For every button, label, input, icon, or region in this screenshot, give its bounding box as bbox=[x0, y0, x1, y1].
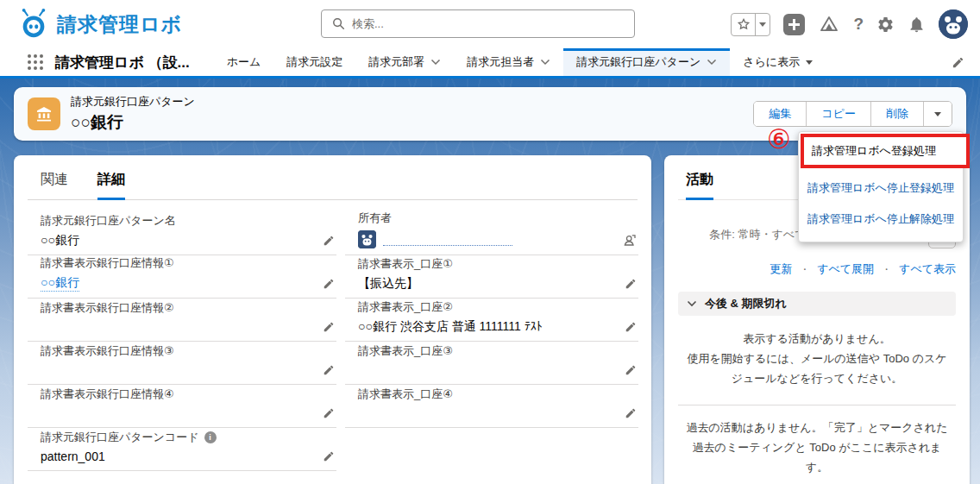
owner-name-link[interactable] bbox=[383, 233, 512, 246]
annotation-highlight-box: 請求管理ロボへ登録処理 bbox=[801, 134, 970, 168]
edit-pencil-icon[interactable] bbox=[625, 321, 637, 335]
delete-button[interactable]: 削除 bbox=[870, 102, 923, 126]
nav-tab-billing-source-settings[interactable]: 請求元設定 bbox=[273, 48, 355, 76]
chevron-down-icon bbox=[687, 300, 697, 307]
global-header: 請求管理ロボ ? bbox=[0, 0, 980, 48]
setup-gear-icon[interactable] bbox=[876, 16, 895, 34]
owner-avatar bbox=[358, 230, 376, 248]
menu-item-register-to-robo[interactable]: 請求管理ロボへ登録処理 bbox=[804, 137, 966, 165]
page-content: 請求元銀行口座パターン ○○銀行 編集 コピー 削除 ⑥ 請求管理ロボへ登録処理… bbox=[0, 79, 980, 484]
detail-tab-strip: 関連 詳細 bbox=[28, 167, 638, 200]
app-name: 請求管理ロボ （設... bbox=[55, 53, 190, 72]
nav-tab-home[interactable]: ホーム bbox=[214, 48, 274, 76]
nav-tab-bank-account-pattern[interactable]: 請求元銀行口座パターン bbox=[563, 48, 730, 76]
global-search[interactable] bbox=[321, 9, 635, 38]
trailhead-icon[interactable] bbox=[818, 14, 840, 35]
search-icon bbox=[332, 17, 345, 30]
nav-tab-billing-source-dept[interactable]: 請求元部署 bbox=[355, 48, 454, 76]
app-navigation-bar: 請求管理ロボ （設... ホーム 請求元設定 請求元部署 請求元担当者 請求元銀… bbox=[0, 48, 980, 79]
record-title: ○○銀行 bbox=[71, 111, 195, 134]
field-pattern-code: 請求元銀行口座パターンコードi pattern_001 bbox=[28, 428, 336, 471]
global-actions-plus-button[interactable] bbox=[783, 14, 805, 35]
field-bank-info-2: 請求書表示銀行口座情報② bbox=[28, 299, 336, 342]
field-pattern-name: 請求元銀行口座パターン名 ○○銀行 bbox=[28, 212, 336, 255]
edit-pencil-icon[interactable] bbox=[323, 278, 335, 292]
tab-related[interactable]: 関連 bbox=[41, 171, 68, 199]
field-invoice-account-4: 請求書表示_口座④ bbox=[345, 385, 638, 428]
help-icon[interactable]: ? bbox=[853, 15, 864, 34]
edit-pencil-icon[interactable] bbox=[323, 407, 335, 421]
nav-tab-more[interactable]: さらに表示 bbox=[730, 48, 826, 76]
no-past-activities-message: 過去の活動はありません。「完了」とマークされた過去のミーティングと ToDo が… bbox=[678, 418, 956, 477]
edit-button[interactable]: 編集 bbox=[754, 102, 806, 126]
entity-label: 請求元銀行口座パターン bbox=[71, 94, 195, 110]
edit-pencil-icon[interactable] bbox=[323, 321, 335, 335]
field-owner: 所有者 bbox=[345, 212, 638, 255]
chevron-down-icon bbox=[430, 59, 441, 66]
field-invoice-account-2: 請求書表示_口座② ○○銀行 渋谷支店 普通 1111111 ﾃｽﾄ bbox=[345, 299, 638, 342]
nav-tabs: ホーム 請求元設定 請求元部署 請求元担当者 請求元銀行口座パターン さらに表示 bbox=[214, 48, 826, 76]
caret-down-icon bbox=[806, 60, 813, 65]
field-bank-info-4: 請求書表示銀行口座情報④ bbox=[28, 385, 336, 428]
favorite-star-button[interactable] bbox=[732, 14, 755, 35]
field-bank-info-1: 請求書表示銀行口座情報① ○○銀行 bbox=[28, 255, 336, 299]
edit-pencil-icon[interactable] bbox=[625, 364, 637, 378]
change-owner-icon[interactable] bbox=[623, 233, 637, 248]
activity-divider bbox=[678, 405, 956, 405]
tab-details[interactable]: 詳細 bbox=[97, 171, 125, 200]
notifications-bell-icon[interactable] bbox=[908, 16, 926, 34]
more-actions-caret-button[interactable] bbox=[923, 102, 952, 126]
edit-pencil-icon[interactable] bbox=[625, 278, 637, 292]
copy-button[interactable]: コピー bbox=[806, 102, 870, 126]
logo-text: 請求管理ロボ bbox=[57, 11, 182, 38]
bank-entity-icon bbox=[28, 97, 60, 130]
view-all-link[interactable]: すべて表示 bbox=[899, 261, 956, 277]
chevron-down-icon bbox=[707, 59, 717, 66]
field-invoice-account-1: 請求書表示_口座① 【振込先】 bbox=[345, 255, 638, 299]
search-input[interactable] bbox=[352, 17, 624, 30]
edit-nav-pencil-icon[interactable] bbox=[952, 56, 964, 69]
field-bank-info-3: 請求書表示銀行口座情報③ bbox=[28, 342, 336, 385]
refresh-link[interactable]: 更新 bbox=[770, 261, 792, 277]
chevron-down-icon bbox=[540, 59, 550, 66]
tab-activity[interactable]: 活動 bbox=[686, 171, 713, 200]
record-action-buttons: 編集 コピー 削除 bbox=[753, 101, 952, 127]
record-detail-card: 関連 詳細 請求元銀行口座パターン名 ○○銀行 所有者 bbox=[14, 155, 651, 484]
favorites-menu-button[interactable] bbox=[755, 14, 770, 35]
robot-logo-icon bbox=[17, 8, 50, 41]
nav-tab-billing-source-person[interactable]: 請求元担当者 bbox=[454, 48, 563, 76]
field-invoice-account-3: 請求書表示_口座③ bbox=[345, 342, 638, 385]
edit-pencil-icon[interactable] bbox=[323, 235, 335, 248]
edit-pencil-icon[interactable] bbox=[323, 450, 335, 464]
bank-info-1-link[interactable]: ○○銀行 bbox=[41, 275, 79, 292]
header-utility-icons: ? bbox=[731, 0, 968, 48]
info-icon[interactable]: i bbox=[204, 431, 217, 443]
app-logo: 請求管理ロボ bbox=[17, 8, 182, 41]
edit-pencil-icon[interactable] bbox=[625, 407, 637, 421]
no-upcoming-activities-message: 表示する活動がありません。 使用を開始するには、メールの送信や ToDo のスケ… bbox=[678, 330, 956, 388]
upcoming-overdue-section-header[interactable]: 今後 & 期限切れ bbox=[678, 292, 956, 316]
menu-item-stop-register-to-robo[interactable]: 請求管理ロボへ停止登録処理 bbox=[799, 173, 963, 204]
record-actions-dropdown-menu: 請求管理ロボへ登録処理 請求管理ロボへ停止登録処理 請求管理ロボへ停止解除処理 bbox=[798, 131, 964, 242]
annotation-step-6-badge: ⑥ bbox=[767, 126, 791, 153]
edit-pencil-icon[interactable] bbox=[323, 364, 335, 378]
user-avatar[interactable] bbox=[939, 9, 968, 39]
expand-all-link[interactable]: すべて展開 bbox=[817, 261, 874, 277]
favorites-button-group bbox=[731, 13, 770, 36]
app-launcher-icon[interactable] bbox=[28, 54, 43, 70]
menu-item-cancel-stop-to-robo[interactable]: 請求管理ロボへ停止解除処理 bbox=[799, 204, 963, 235]
